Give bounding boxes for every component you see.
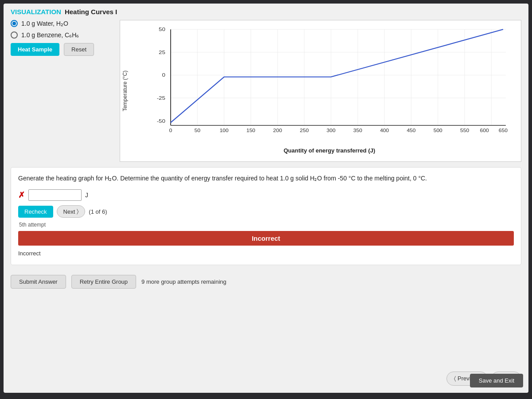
radio-water[interactable]: 1.0 g Water, H₂O [11,20,113,27]
radio-circle-benzene[interactable] [11,31,18,39]
top-section: 1.0 g Water, H₂O 1.0 g Benzene, C₆H₆ Hea… [11,20,521,162]
chevron-left-icon: 〈 [454,375,456,382]
radio-label-benzene: 1.0 g Benzene, C₆H₆ [21,31,79,39]
svg-text:50: 50 [159,27,165,32]
heat-sample-button[interactable]: Heat Sample [11,43,59,56]
chevron-right-icon: 〉 [77,208,78,215]
controls-buttons: Heat Sample Reset [11,43,113,56]
x-axis-label: Quantity of energy transferred (J) [142,147,516,154]
retry-group-button[interactable]: Retry Entire Group [71,275,136,289]
page-title: Heating Curves I [65,8,117,16]
radio-benzene[interactable]: 1.0 g Benzene, C₆H₆ [11,31,113,39]
recheck-button[interactable]: Recheck [18,206,53,218]
svg-text:-50: -50 [157,118,165,124]
question-text: Generate the heating graph for H₂O. Dete… [18,174,514,183]
radio-label-water: 1.0 g Water, H₂O [21,20,68,27]
attempt-info: 5th attempt [18,220,514,228]
svg-text:550: 550 [460,128,469,133]
nav-row: Recheck Next 〉 (1 of 6) [18,205,514,218]
header: VISUALIZATION Heating Curves I [11,8,521,16]
svg-text:600: 600 [480,128,489,133]
svg-text:0: 0 [162,72,165,78]
viz-label: VISUALIZATION [11,8,61,16]
next-label: Next [63,208,75,215]
radio-circle-water[interactable] [11,20,18,27]
svg-text:400: 400 [380,128,389,133]
question-section: Generate the heating graph for H₂O. Dete… [11,167,521,265]
svg-text:100: 100 [219,128,228,133]
chart-container: Temperature (°C) [120,20,521,162]
reset-button[interactable]: Reset [64,43,94,56]
submit-answer-button[interactable]: Submit Answer [11,275,66,289]
next-question-button[interactable]: Next 〉 [57,205,86,218]
bottom-bar: Submit Answer Retry Entire Group 9 more … [11,270,521,293]
svg-text:150: 150 [246,128,255,133]
incorrect-label: Incorrect [18,248,514,258]
svg-text:200: 200 [273,128,282,133]
svg-text:500: 500 [434,128,442,133]
svg-text:250: 250 [300,128,309,133]
incorrect-mark: ✗ [18,190,25,200]
chart-svg: 50 25 0 -25 -50 0 50 100 150 200 250 300… [142,25,516,144]
svg-text:350: 350 [353,128,362,133]
progress-text: (1 of 6) [89,208,107,215]
svg-text:50: 50 [194,128,200,133]
main-content: VISUALIZATION Heating Curves I 1.0 g Wat… [4,4,528,393]
save-exit-button[interactable]: Save and Exit [470,374,523,387]
unit-label: J [85,192,88,199]
svg-text:450: 450 [407,128,415,133]
answer-input[interactable] [28,189,82,201]
incorrect-banner: Incorrect [18,231,514,246]
svg-text:0: 0 [169,128,172,133]
svg-text:300: 300 [327,128,336,133]
answer-row: ✗ J [18,189,514,201]
chart-wrapper: Temperature (°C) [120,20,521,162]
svg-text:25: 25 [159,50,165,55]
attempt-count: 5th attempt [19,222,46,228]
left-panel: 1.0 g Water, H₂O 1.0 g Benzene, C₆H₆ Hea… [11,20,113,162]
svg-text:-25: -25 [157,95,165,101]
y-axis-label: Temperature (°C) [122,70,128,111]
attempts-remaining: 9 more group attempts remaining [141,278,226,285]
svg-text:650: 650 [499,128,508,133]
